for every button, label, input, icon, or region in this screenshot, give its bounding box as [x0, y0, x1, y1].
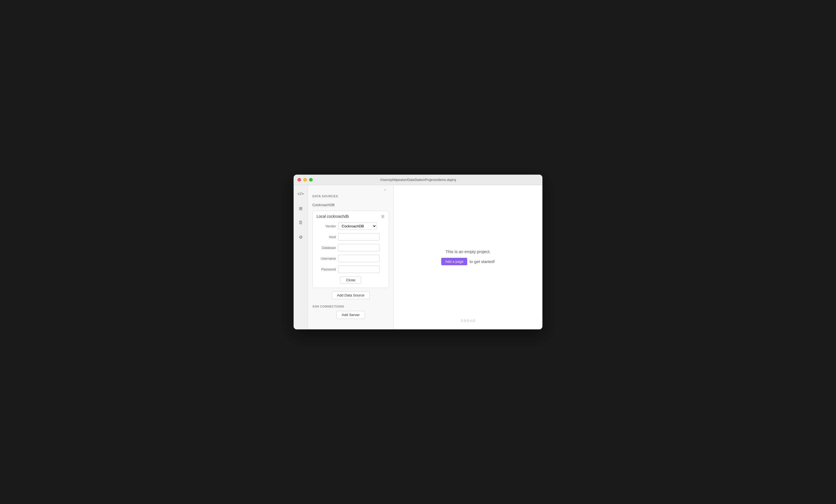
left-panel: ‹ DATA SOURCES CockroachDB 🗑 Vendor Cock…	[308, 185, 394, 329]
host-label: Host	[317, 235, 336, 239]
delete-datasource-icon[interactable]: 🗑	[381, 214, 385, 218]
empty-state-action-row: Add a page to get started!	[441, 258, 495, 265]
traffic-lights	[298, 178, 313, 181]
password-input[interactable]	[338, 266, 380, 273]
empty-state: This is an empty project. Add a page to …	[441, 249, 495, 265]
get-started-text: to get started!	[470, 259, 495, 264]
add-server-button[interactable]: Add Server	[337, 311, 365, 319]
empty-state-message: This is an empty project.	[441, 249, 495, 254]
close-button[interactable]: Close	[340, 276, 361, 284]
database-label: Database	[317, 246, 336, 250]
data-sources-section-title: DATA SOURCES	[312, 195, 389, 198]
app-body: </> ⊞ 🗓 ⚙ ‹ DATA SOURCES CockroachDB 🗑	[293, 185, 543, 329]
cockroachdb-label: CockroachDB	[312, 203, 335, 207]
password-row: Password	[317, 266, 385, 273]
ssh-section-title: SSH CONNECTIONS	[312, 305, 389, 308]
close-traffic-light[interactable]	[298, 178, 301, 181]
app-window: /Users/philipeaton/DataStationProjects/d…	[293, 175, 543, 329]
add-page-button[interactable]: Add a page	[441, 258, 468, 265]
vendor-select[interactable]: CockroachDB PostgreSQL MySQL SQLite BigQ…	[338, 222, 377, 230]
username-row: Username	[317, 255, 385, 262]
settings-icon[interactable]: ⚙	[296, 233, 305, 241]
code-icon[interactable]: </>	[296, 190, 305, 198]
main-content: This is an empty project. Add a page to …	[394, 185, 543, 329]
fullscreen-traffic-light[interactable]	[309, 178, 313, 181]
datasource-card-header: 🗑	[317, 214, 385, 218]
host-row: Host	[317, 233, 385, 241]
vendor-label: Vendor	[317, 225, 336, 228]
calendar-icon[interactable]: 🗓	[296, 218, 305, 227]
window-title: /Users/philipeaton/DataStationProjects/d…	[380, 178, 456, 182]
vendor-row: Vendor CockroachDB PostgreSQL MySQL SQLi…	[317, 222, 385, 230]
ssh-section: SSH CONNECTIONS Add Server	[312, 305, 389, 322]
database-input[interactable]	[338, 244, 380, 251]
datasource-name-input[interactable]	[317, 214, 377, 218]
username-label: Username	[317, 257, 336, 260]
titlebar: /Users/philipeaton/DataStationProjects/d…	[293, 175, 543, 185]
minimize-traffic-light[interactable]	[303, 178, 307, 181]
database-row: Database	[317, 244, 385, 251]
add-data-source-button[interactable]: Add Data Source	[332, 291, 369, 299]
version-text: 0.9.0-rc3	[461, 318, 475, 323]
password-label: Password	[317, 268, 336, 271]
username-input[interactable]	[338, 255, 380, 262]
host-input[interactable]	[338, 233, 380, 241]
left-sidebar: </> ⊞ 🗓 ⚙	[293, 185, 308, 329]
grid-icon[interactable]: ⊞	[296, 204, 305, 213]
datasource-type-label: CockroachDB	[312, 202, 389, 207]
datasource-card: 🗑 Vendor CockroachDB PostgreSQL MySQL SQ…	[312, 211, 389, 288]
